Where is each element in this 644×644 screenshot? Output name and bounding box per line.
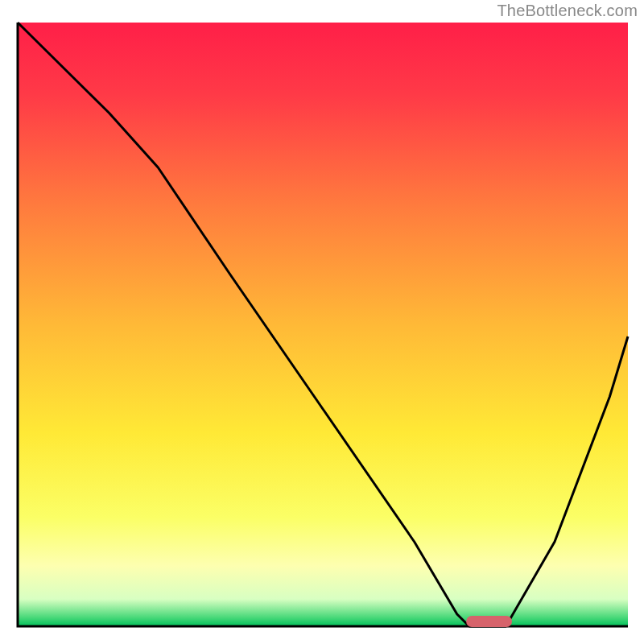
optimal-marker [466, 616, 512, 627]
chart-canvas [0, 0, 644, 644]
